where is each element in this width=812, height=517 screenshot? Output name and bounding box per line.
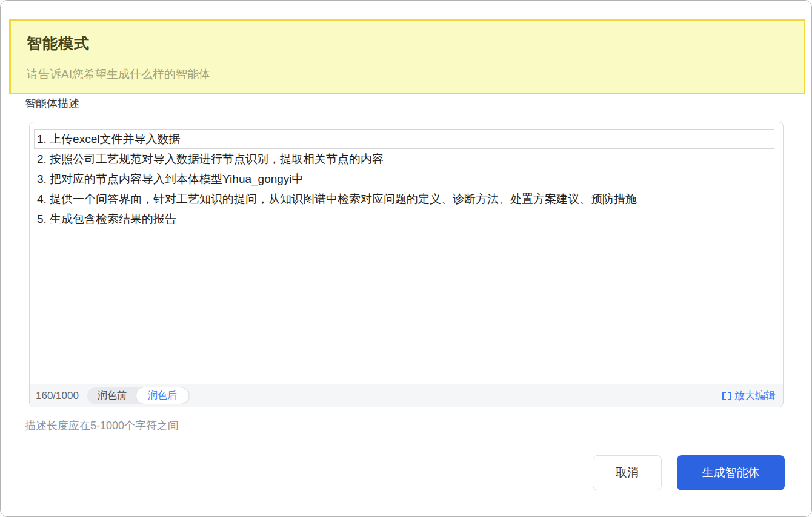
textarea-line-4[interactable]: 4. 提供一个问答界面，针对工艺知识的提问，从知识图谱中检索对应问题的定义、诊断…: [34, 189, 778, 209]
toggle-before-polish[interactable]: 润色前: [88, 387, 136, 404]
textarea-line-2[interactable]: 2. 按照公司工艺规范对导入数据进行节点识别，提取相关节点的内容: [34, 149, 778, 169]
textarea-footer: 160/1000 润色前 润色后 放大编辑: [30, 384, 783, 407]
textarea-line-5[interactable]: 5. 生成包含检索结果的报告: [34, 209, 778, 229]
dialog-subtitle: 请告诉AI您希望生成什么样的智能体: [27, 67, 804, 82]
cancel-button[interactable]: 取消: [593, 455, 662, 490]
textarea-line-3[interactable]: 3. 把对应的节点内容导入到本体模型Yihua_gongyi中: [34, 169, 778, 189]
toggle-after-polish[interactable]: 润色后: [136, 387, 189, 404]
description-length-hint: 描述长度应在5-1000个字符之间: [25, 418, 179, 433]
textarea-line-1[interactable]: 1. 上传excel文件并导入数据: [34, 129, 774, 149]
generate-agent-button[interactable]: 生成智能体: [677, 455, 785, 490]
expand-edit-label: 放大编辑: [734, 389, 776, 403]
polish-toggle[interactable]: 润色前 润色后: [87, 387, 190, 404]
generate-agent-dialog: 智能模式 请告诉AI您希望生成什么样的智能体 智能体描述 1. 上传excel文…: [0, 0, 812, 517]
char-count: 160/1000: [36, 390, 79, 402]
expand-icon: [722, 392, 731, 400]
textarea-content[interactable]: 1. 上传excel文件并导入数据 2. 按照公司工艺规范对导入数据进行节点识别…: [30, 122, 783, 384]
smart-mode-header-highlight: 智能模式 请告诉AI您希望生成什么样的智能体: [9, 19, 805, 94]
agent-description-label: 智能体描述: [25, 96, 79, 111]
expand-edit-link[interactable]: 放大编辑: [722, 389, 776, 403]
dialog-title: 智能模式: [27, 33, 804, 53]
agent-description-textarea[interactable]: 1. 上传excel文件并导入数据 2. 按照公司工艺规范对导入数据进行节点识别…: [29, 122, 784, 407]
